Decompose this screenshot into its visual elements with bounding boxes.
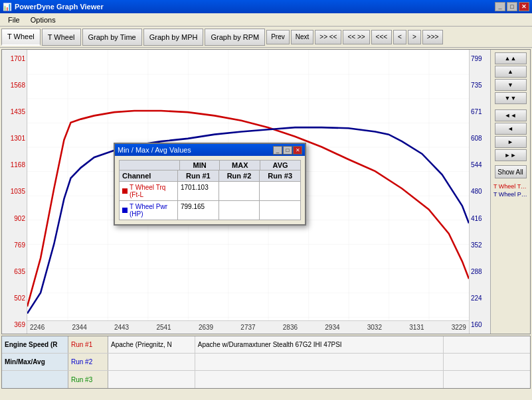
btn-graph-mph[interactable]: Graph by MPH (143, 29, 204, 46)
modal-row-power: T Wheel Pwr (HP) 799.165 (119, 201, 301, 220)
run2-cell3 (444, 354, 530, 370)
scroll-right-fast-2[interactable]: ◄◄ (495, 109, 527, 121)
x-10: 3229 (452, 324, 466, 331)
run1-cell2: Apache w/Duramaxtuner Stealth 67G2 IHI 4… (195, 336, 444, 353)
modal-controls: _ □ ✕ (273, 146, 302, 155)
y-right-4: 544 (471, 161, 489, 168)
modal-run3-col: Run #3 (259, 170, 301, 182)
btn-next[interactable]: Next (291, 30, 314, 44)
y-right-1: 735 (471, 82, 489, 89)
scroll-right[interactable]: ◄ (495, 123, 527, 135)
btn-gtgt[interactable]: >> << (315, 30, 341, 44)
run2-cell1 (108, 354, 195, 370)
empty-label (2, 371, 68, 388)
modal-power-run2 (219, 201, 260, 220)
modal-title-text: Min / Max / Avg Values (118, 146, 191, 154)
y-right-7: 352 (471, 241, 489, 249)
scroll-left-fast[interactable]: ►► (495, 149, 527, 161)
btn-graph-rpm[interactable]: Graph by RPM (205, 29, 265, 46)
scroll-down-fast[interactable]: ▼▼ (495, 92, 527, 104)
run2-cell2 (195, 354, 444, 370)
scroll-left[interactable]: ► (495, 136, 527, 148)
y-left-9: 502 (3, 295, 25, 302)
btn-left[interactable]: < (393, 30, 406, 44)
run3-label: Run #3 (68, 371, 108, 388)
scroll-down[interactable]: ▼ (495, 79, 527, 91)
y-left-5: 1035 (3, 188, 25, 195)
x-9: 3131 (409, 324, 424, 331)
y-left-3: 1301 (3, 135, 25, 142)
modal-run1-col: Run #1 (177, 170, 219, 182)
minimize-button[interactable]: _ (495, 2, 505, 11)
tab-twheel-1[interactable]: T Wheel (1, 29, 41, 46)
menu-bar: File Options (0, 13, 532, 27)
btn-end[interactable]: >>> (422, 30, 444, 44)
y-right-2: 671 (471, 108, 489, 115)
y-left-4: 1168 (3, 161, 25, 168)
menu-options[interactable]: Options (25, 15, 61, 25)
app-icon: 📊 (3, 3, 12, 11)
bottom-row-2: Min/Max/Avg Run #2 (2, 354, 530, 371)
side-controls: ▲▲ ▲ ▼ ▼▼ ◄◄ ◄ ► ►► Show All T Wheel Trq… (490, 50, 530, 334)
modal-col-headers: Channel Run #1 Run #2 Run #3 (119, 170, 301, 182)
y-left-7: 769 (3, 241, 25, 249)
minmax-modal[interactable]: Min / Max / Avg Values _ □ ✕ MIN MAX AVG (114, 143, 306, 226)
y-left-8: 635 (3, 268, 25, 275)
chart-canvas[interactable]: Min / Max / Avg Values _ □ ✕ MIN MAX AVG (27, 50, 469, 320)
x-8: 3032 (367, 324, 382, 331)
scroll-up[interactable]: ▲ (495, 66, 527, 78)
run1-cell1: Apache (Priegnitz, N (108, 336, 195, 353)
btn-graph-time[interactable]: Graph by Time (82, 29, 142, 46)
modal-run2-col: Run #2 (219, 170, 260, 182)
menu-file[interactable]: File (3, 15, 25, 25)
y-right-8: 288 (471, 268, 489, 275)
modal-torque-run1: 1701.103 (177, 182, 219, 201)
btn-ltlt[interactable]: << >> (343, 30, 369, 44)
run2-label: Run #2 (68, 354, 108, 370)
x-axis: 2246 2344 2443 2541 2639 2737 2836 2934 … (27, 320, 469, 334)
tab-twheel-2[interactable]: T Wheel (42, 29, 81, 46)
x-4: 2639 (199, 324, 213, 331)
modal-min-header: MIN (179, 160, 220, 170)
main-chart-area: 1701 1568 1435 1301 1168 1035 902 769 63… (1, 49, 531, 334)
window-title: PowerDyne Graph Viewer (15, 3, 104, 11)
toolbar: T Wheel T Wheel Graph by Time Graph by M… (0, 27, 532, 48)
modal-content: MIN MAX AVG Channel Run #1 Run #2 Run #3 (115, 156, 305, 224)
btn-prev[interactable]: Prev (266, 30, 290, 44)
modal-row-torque: T Wheel Trq (Ft-L 1701.103 (119, 182, 301, 201)
x-7: 2934 (325, 324, 339, 331)
modal-close[interactable]: ✕ (293, 146, 302, 155)
bottom-row-1: Engine Speed (R Run #1 Apache (Priegnitz… (2, 336, 530, 354)
y-left-1: 1568 (3, 82, 25, 89)
maximize-button[interactable]: □ (507, 2, 517, 11)
legend-power: T Wheel Pwr (H (492, 190, 529, 198)
bottom-panel: Engine Speed (R Run #1 Apache (Priegnitz… (1, 336, 531, 389)
btn-home[interactable]: <<< (371, 30, 393, 44)
y-axis-left: 1701 1568 1435 1301 1168 1035 902 769 63… (2, 50, 27, 334)
modal-maximize[interactable]: □ (283, 146, 292, 155)
title-bar: 📊 PowerDyne Graph Viewer _ □ ✕ (0, 0, 532, 13)
scroll-up-fast[interactable]: ▲▲ (495, 52, 527, 64)
minmaxavg-label: Min/Max/Avg (2, 354, 68, 370)
btn-right[interactable]: > (408, 30, 421, 44)
title-bar-controls: _ □ ✕ (495, 2, 529, 11)
legend-area: T Wheel Trq (Ft- T Wheel Pwr (H (492, 182, 529, 198)
bottom-row-3: Run #3 (2, 371, 530, 388)
run1-cell3 (444, 336, 530, 353)
run3-cell2 (195, 371, 444, 388)
x-3: 2541 (156, 324, 171, 331)
run3-cell1 (108, 371, 195, 388)
show-all-button[interactable]: Show All (495, 165, 527, 178)
modal-title-bar: Min / Max / Avg Values _ □ ✕ (115, 144, 305, 156)
x-2: 2443 (114, 324, 129, 331)
modal-section-headers: MIN MAX AVG (119, 160, 301, 170)
modal-torque-channel: T Wheel Trq (Ft-L (119, 182, 177, 201)
engine-speed-label: Engine Speed (R (2, 336, 68, 353)
y-axis-right: 799 735 671 608 544 480 416 352 288 224 … (469, 50, 490, 334)
chart-wrapper: Min / Max / Avg Values _ □ ✕ MIN MAX AVG (27, 50, 469, 334)
y-right-3: 608 (471, 135, 489, 142)
close-button[interactable]: ✕ (519, 2, 529, 11)
modal-minimize[interactable]: _ (273, 146, 282, 155)
y-right-0: 799 (471, 55, 489, 62)
modal-avg-header: AVG (260, 160, 301, 170)
